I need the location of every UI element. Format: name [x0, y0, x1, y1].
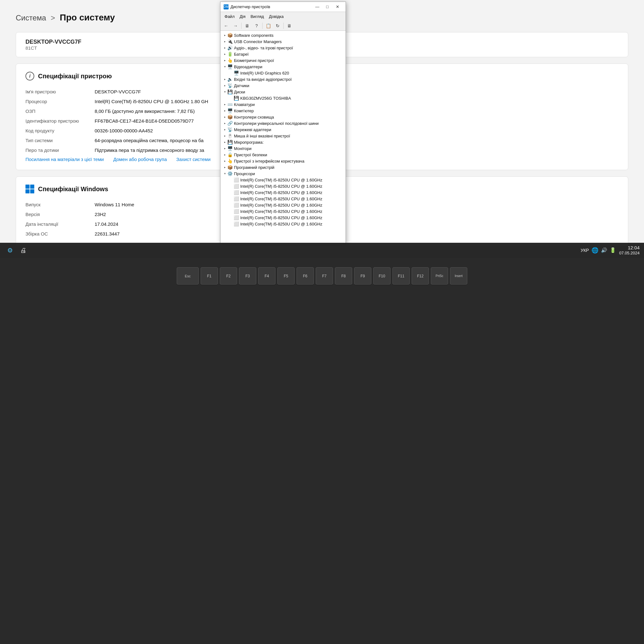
- tree-item[interactable]: ▸ 👆 Пристрої з інтерфейсом користувача: [220, 158, 346, 164]
- key-f2[interactable]: F2: [220, 267, 237, 285]
- tree-icon: 🔈: [227, 77, 233, 82]
- tree-label: Intel(R) Core(TM) i5-8250U CPU @ 1.60GHz: [240, 184, 322, 189]
- key-f1[interactable]: F1: [201, 267, 218, 285]
- system-tray: УКР 🌐 🔊 🔋: [581, 247, 616, 254]
- back-button[interactable]: ←: [222, 22, 230, 30]
- tree-item[interactable]: ⬜ Intel(R) Core(TM) i5-8250U CPU @ 1.60G…: [220, 196, 346, 202]
- tree-item[interactable]: 🖥️ Intel(R) UHD Graphics 620: [220, 70, 346, 76]
- tree-item[interactable]: ⬜ Intel(R) Core(TM) i5-8250U CPU @ 1.60G…: [220, 202, 346, 208]
- tree-item[interactable]: ▾ ⚙️ Процесори: [220, 170, 346, 177]
- tree-item[interactable]: ▸ 👆 Біометричні пристрої: [220, 57, 346, 64]
- key-f11[interactable]: F11: [392, 267, 410, 285]
- dm-tree[interactable]: ▸ 📦 Software components ▸ 🔌 USB Connecto…: [220, 31, 346, 243]
- breadcrumb-separator: >: [51, 14, 57, 22]
- tree-toggle: [229, 96, 234, 101]
- key-f10[interactable]: F10: [373, 267, 391, 285]
- tree-label: Монітори: [234, 146, 252, 151]
- tree-label: Процесори: [234, 171, 255, 176]
- tree-item[interactable]: ▾ 💾 Диски: [220, 89, 346, 95]
- clock-time: 12:04: [619, 245, 640, 251]
- tree-item[interactable]: ▸ 🖥️ Монітори: [220, 145, 346, 152]
- taskbar-settings-icon[interactable]: ⚙: [4, 245, 16, 256]
- tree-item[interactable]: ▸ 📦 Контролери сховища: [220, 114, 346, 120]
- key-f9[interactable]: F9: [354, 267, 371, 285]
- link-domain[interactable]: Домен або робоча група: [113, 157, 167, 162]
- properties-button[interactable]: 📋: [264, 22, 273, 30]
- tree-item[interactable]: ▸ 🔒 Пристрої безпеки: [220, 152, 346, 158]
- key-f5[interactable]: F5: [277, 267, 295, 285]
- taskbar: ⚙ 🖨 УКР 🌐 🔊 🔋 12:04 07.05.2024: [0, 243, 644, 258]
- computer-button[interactable]: 🖥: [243, 22, 252, 30]
- menu-view[interactable]: Вигляд: [248, 14, 267, 19]
- tree-toggle: ▸: [222, 146, 227, 151]
- key-prtsc[interactable]: PrtSc: [431, 267, 448, 285]
- spec-value: DESKTOP-VVCCG7F: [95, 87, 619, 97]
- settings-button[interactable]: 🖥: [285, 22, 294, 30]
- tree-item[interactable]: ▸ 🔊 Аудіо-, відео- та ігрові пристрої: [220, 45, 346, 51]
- spec-value: 22631.3447: [95, 229, 619, 239]
- dm-toolbar: ← → 🖥 ? 📋 ↻ 🖥: [220, 21, 346, 31]
- tree-icon: ⬜: [234, 177, 239, 182]
- spec-label: Тип системи: [25, 136, 95, 145]
- tree-item[interactable]: ⬜ Intel(R) Core(TM) i5-8250U CPU @ 1.60G…: [220, 189, 346, 196]
- key-f6[interactable]: F6: [297, 267, 314, 285]
- maximize-button[interactable]: □: [322, 2, 332, 12]
- tree-item[interactable]: ▸ 📡 Мережеві адаптери: [220, 126, 346, 133]
- help-button[interactable]: ?: [252, 22, 261, 30]
- spec-label: Збірка ОС: [25, 229, 95, 239]
- tree-label: Пристрої з інтерфейсом користувача: [234, 159, 304, 164]
- windows-icon: [25, 185, 34, 193]
- volume-icon[interactable]: 🔊: [601, 247, 607, 253]
- taskbar-printer-icon[interactable]: 🖨: [18, 245, 29, 256]
- refresh-button[interactable]: ↻: [273, 22, 282, 30]
- tree-item[interactable]: ⬜ Intel(R) Core(TM) i5-8250U CPU @ 1.60G…: [220, 221, 346, 227]
- tree-toggle: ▸: [222, 39, 227, 44]
- tree-item[interactable]: ⬜ Intel(R) Core(TM) i5-8250U CPU @ 1.60G…: [220, 214, 346, 221]
- tree-item[interactable]: ⬜ Intel(R) Core(TM) i5-8250U CPU @ 1.60G…: [220, 177, 346, 183]
- tree-item[interactable]: ▸ 💾 Мікропрограма:: [220, 139, 346, 145]
- tree-item[interactable]: 💾 KBG30ZMV256G TOSHIBA: [220, 95, 346, 101]
- tree-item[interactable]: ▾ 🖥️ Відеоадаптери: [220, 64, 346, 70]
- dm-title-left: DM Диспетчер пристроїв: [224, 4, 270, 9]
- tree-item[interactable]: ▸ 🔌 USB Connector Managers: [220, 38, 346, 45]
- tree-toggle: ▾: [222, 89, 227, 94]
- key-f7[interactable]: F7: [316, 267, 333, 285]
- battery-icon[interactable]: 🔋: [610, 247, 616, 253]
- tree-toggle: ▸: [222, 121, 227, 126]
- tree-toggle: ▸: [222, 102, 227, 107]
- tree-toggle: [229, 190, 234, 195]
- key-esc[interactable]: Esc: [177, 267, 199, 285]
- forward-button[interactable]: →: [231, 22, 240, 30]
- key-insert[interactable]: Insert: [450, 267, 467, 285]
- tree-item[interactable]: ▸ 🔈 Вхідні та вихідні аудіопристрої: [220, 76, 346, 82]
- menu-file[interactable]: Файл: [222, 14, 237, 19]
- link-materials[interactable]: Посилання на матеріали з цієї теми: [25, 157, 104, 162]
- tree-icon: 💾: [234, 96, 239, 101]
- tree-toggle: ▸: [222, 108, 227, 113]
- tree-item[interactable]: ⬜ Intel(R) Core(TM) i5-8250U CPU @ 1.60G…: [220, 183, 346, 189]
- tree-item[interactable]: ▸ 🔋 Батареї: [220, 51, 346, 57]
- tree-item[interactable]: ⬜ Intel(R) Core(TM) i5-8250U CPU @ 1.60G…: [220, 208, 346, 214]
- tree-item[interactable]: ▸ 📦 Програмний пристрій: [220, 164, 346, 170]
- key-f8[interactable]: F8: [335, 267, 352, 285]
- tree-item[interactable]: ▸ 🖥️ Комп'ютер: [220, 108, 346, 114]
- tree-item[interactable]: ▸ 🖱️ Миша й інші вказівні пристрої: [220, 133, 346, 139]
- tree-item[interactable]: ▸ 📦 Software components: [220, 32, 346, 38]
- taskbar-left: ⚙ 🖨: [4, 245, 29, 256]
- key-f12[interactable]: F12: [412, 267, 429, 285]
- key-f4[interactable]: F4: [258, 267, 275, 285]
- tree-toggle: ▾: [222, 171, 227, 176]
- tree-item[interactable]: ▸ 📡 Датчики: [220, 82, 346, 89]
- key-f3[interactable]: F3: [239, 267, 256, 285]
- tree-icon: 📡: [227, 127, 233, 132]
- menu-help[interactable]: Довідка: [266, 14, 286, 19]
- minimize-button[interactable]: —: [312, 2, 322, 12]
- menu-action[interactable]: Дія: [237, 14, 248, 19]
- tree-label: Програмний пристрій: [234, 165, 275, 170]
- tree-item[interactable]: ▸ 🔗 Контролери універсальної послідовної…: [220, 120, 346, 126]
- tree-toggle: [229, 221, 234, 226]
- close-button[interactable]: ✕: [332, 2, 342, 12]
- link-protection[interactable]: Захист системи: [176, 157, 211, 162]
- spec-label: Код продукту: [25, 126, 95, 136]
- tree-item[interactable]: ▸ ⌨️ Клавіатури: [220, 101, 346, 108]
